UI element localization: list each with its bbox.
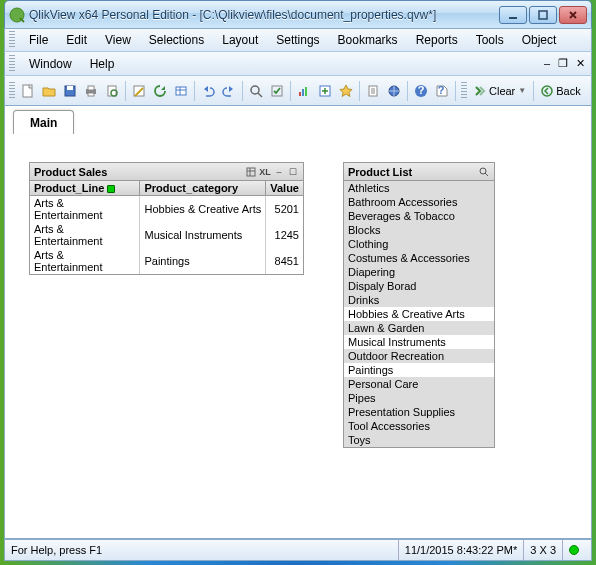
svg-rect-8: [88, 93, 94, 96]
list-item[interactable]: Beverages & Tobacco: [344, 209, 494, 223]
edit-script-button[interactable]: [129, 81, 149, 101]
table-row[interactable]: Arts & EntertainmentHobbies & Creative A…: [30, 196, 303, 223]
window-title: QlikView x64 Personal Edition - [C:\Qlik…: [29, 8, 499, 22]
print-preview-button[interactable]: [102, 81, 122, 101]
list-item[interactable]: Outdoor Recreation: [344, 349, 494, 363]
menubar-row1: File Edit View Selections Layout Setting…: [4, 28, 592, 52]
undo-button[interactable]: [198, 81, 218, 101]
product-list-panel: Product List AthleticsBathroom Accessori…: [343, 162, 495, 448]
minimize-button[interactable]: [499, 6, 527, 24]
status-time: 11/1/2015 8:43:22 PM*: [398, 540, 524, 560]
svg-text:?: ?: [418, 84, 425, 96]
list-item[interactable]: Athletics: [344, 181, 494, 195]
help-button[interactable]: ?: [411, 81, 431, 101]
svg-rect-1: [509, 17, 517, 19]
bookmarks-button[interactable]: [336, 81, 356, 101]
xl-icon[interactable]: XL: [259, 166, 271, 178]
sales-table: Product_Line Product_category Value Arts…: [30, 181, 303, 274]
search-icon[interactable]: [478, 166, 490, 178]
menu-settings[interactable]: Settings: [268, 30, 327, 50]
open-button[interactable]: [39, 81, 59, 101]
maximize-button[interactable]: [529, 6, 557, 24]
list-item[interactable]: Tool Accessories: [344, 419, 494, 433]
search-button[interactable]: [246, 81, 266, 101]
menu-window[interactable]: Window: [21, 54, 80, 74]
close-button[interactable]: [559, 6, 587, 24]
list-item[interactable]: Paintings: [344, 363, 494, 377]
menu-bookmarks[interactable]: Bookmarks: [330, 30, 406, 50]
col-product-category[interactable]: Product_category: [140, 181, 266, 196]
svg-rect-25: [247, 168, 255, 176]
current-selections-button[interactable]: [267, 81, 287, 101]
app-icon: [9, 7, 25, 23]
menu-help[interactable]: Help: [82, 54, 123, 74]
product-sales-title: Product Sales: [34, 166, 243, 178]
col-value[interactable]: Value: [266, 181, 303, 196]
list-item[interactable]: Drinks: [344, 293, 494, 307]
menu-file[interactable]: File: [21, 30, 56, 50]
menubar-row2: Window Help – ❐ ✕: [4, 52, 592, 76]
svg-rect-15: [299, 92, 301, 96]
svg-point-13: [251, 86, 259, 94]
workspace: Main Product Sales XL – ☐ Product_Line P…: [4, 106, 592, 539]
list-item[interactable]: Toys: [344, 433, 494, 447]
col-product-line[interactable]: Product_Line: [30, 181, 140, 196]
mdi-close-button[interactable]: ✕: [574, 57, 587, 70]
back-button[interactable]: Back: [537, 85, 584, 97]
tab-main[interactable]: Main: [13, 110, 74, 134]
tabstrip: Main: [5, 106, 591, 134]
status-help: For Help, press F1: [11, 544, 398, 556]
list-item[interactable]: Personal Care: [344, 377, 494, 391]
menu-layout[interactable]: Layout: [214, 30, 266, 50]
table-viewer-button[interactable]: [171, 81, 191, 101]
list-item[interactable]: Pipes: [344, 391, 494, 405]
quick-chart-button[interactable]: [294, 81, 314, 101]
reload-button[interactable]: [150, 81, 170, 101]
add-sheet-button[interactable]: [315, 81, 335, 101]
list-item[interactable]: Dispaly Borad: [344, 279, 494, 293]
list-item[interactable]: Bathroom Accessories: [344, 195, 494, 209]
clear-button[interactable]: Clear ▼: [470, 85, 530, 97]
list-item[interactable]: Presentation Supplies: [344, 405, 494, 419]
table-row[interactable]: Arts & EntertainmentPaintings8451: [30, 248, 303, 274]
menu-selections[interactable]: Selections: [141, 30, 212, 50]
mdi-restore-button[interactable]: ❐: [556, 57, 570, 70]
new-button[interactable]: [18, 81, 38, 101]
list-item[interactable]: Blocks: [344, 223, 494, 237]
list-item[interactable]: Lawn & Garden: [344, 321, 494, 335]
menu-edit[interactable]: Edit: [58, 30, 95, 50]
menu-tools[interactable]: Tools: [468, 30, 512, 50]
webview-button[interactable]: [384, 81, 404, 101]
toolbar: ? ? Clear ▼ Back: [4, 76, 592, 106]
svg-rect-16: [302, 89, 304, 96]
selection-led-icon: [107, 185, 115, 193]
list-item[interactable]: Costumes & Accessories: [344, 251, 494, 265]
list-item[interactable]: Hobbies & Creative Arts: [344, 307, 494, 321]
svg-rect-2: [539, 11, 547, 19]
list-item[interactable]: Diapering: [344, 265, 494, 279]
menu-object[interactable]: Object: [514, 30, 565, 50]
save-button[interactable]: [60, 81, 80, 101]
menu-view[interactable]: View: [97, 30, 139, 50]
table-row[interactable]: Arts & EntertainmentMusical Instruments1…: [30, 222, 303, 248]
status-size: 3 X 3: [523, 540, 562, 560]
menu-reports[interactable]: Reports: [408, 30, 466, 50]
svg-rect-7: [88, 86, 94, 90]
notes-button[interactable]: [363, 81, 383, 101]
minimize-icon[interactable]: –: [273, 166, 285, 178]
clear-label: Clear: [489, 85, 515, 97]
print-button[interactable]: [81, 81, 101, 101]
mdi-minimize-button[interactable]: –: [542, 57, 552, 70]
sheet: Product Sales XL – ☐ Product_Line Produc…: [5, 138, 591, 538]
product-list-title: Product List: [348, 166, 476, 178]
statusbar: For Help, press F1 11/1/2015 8:43:22 PM*…: [4, 539, 592, 561]
svg-point-24: [542, 86, 552, 96]
status-led-icon: [569, 545, 579, 555]
redo-button[interactable]: [219, 81, 239, 101]
whats-this-button[interactable]: ?: [432, 81, 452, 101]
maximize-icon[interactable]: ☐: [287, 166, 299, 178]
send-to-excel-icon[interactable]: [245, 166, 257, 178]
list-item[interactable]: Clothing: [344, 237, 494, 251]
list-item[interactable]: Musical Instruments: [344, 335, 494, 349]
back-label: Back: [556, 85, 580, 97]
